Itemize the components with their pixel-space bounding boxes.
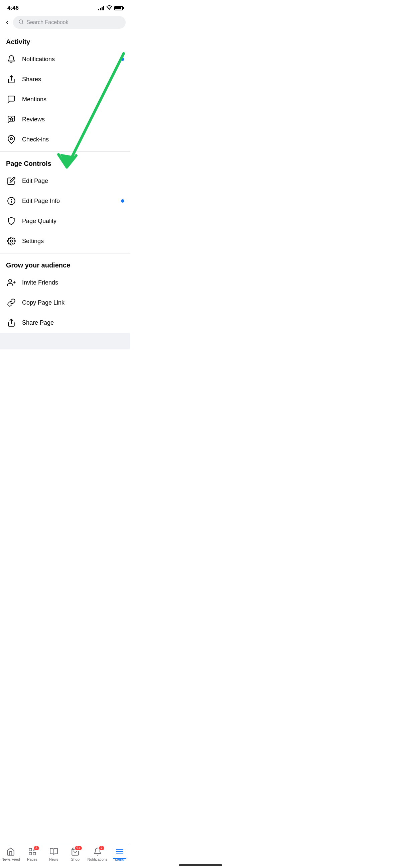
invite-friends-item[interactable]: Invite Friends bbox=[0, 273, 130, 292]
activity-header: Activity bbox=[0, 32, 130, 49]
edit-page-info-label: Edit Page Info bbox=[22, 197, 115, 205]
bell-icon bbox=[6, 54, 17, 65]
gray-area bbox=[0, 333, 130, 349]
signal-icon bbox=[98, 6, 104, 10]
svg-point-5 bbox=[10, 138, 13, 140]
invite-friends-label: Invite Friends bbox=[22, 279, 124, 286]
mentions-item[interactable]: Mentions bbox=[0, 89, 130, 109]
reviews-label: Reviews bbox=[22, 116, 124, 123]
divider-1 bbox=[0, 152, 130, 152]
main-content: Activity Notifications bbox=[0, 32, 130, 349]
wifi-icon bbox=[106, 5, 112, 11]
svg-marker-4 bbox=[10, 117, 13, 121]
person-plus-icon bbox=[6, 277, 17, 288]
location-icon bbox=[6, 134, 17, 145]
edit-page-label: Edit Page bbox=[22, 178, 124, 185]
page-controls-header: Page Controls bbox=[0, 154, 130, 171]
grow-audience-header: Grow your audience bbox=[0, 255, 130, 273]
search-placeholder: Search Facebook bbox=[26, 20, 68, 25]
mentions-label: Mentions bbox=[22, 96, 124, 103]
status-time: 4:46 bbox=[7, 5, 19, 11]
back-button[interactable]: ‹ bbox=[5, 17, 10, 28]
checkins-label: Check-ins bbox=[22, 136, 124, 143]
shares-item[interactable]: Shares bbox=[0, 69, 130, 89]
notifications-label: Notifications bbox=[22, 56, 115, 63]
share-page-label: Share Page bbox=[22, 319, 124, 326]
share-page-icon bbox=[6, 317, 17, 328]
gear-icon bbox=[6, 236, 17, 246]
status-bar: 4:46 bbox=[0, 0, 130, 14]
share-icon bbox=[6, 74, 17, 85]
info-circle-icon bbox=[6, 195, 17, 206]
share-page-item[interactable]: Share Page bbox=[0, 313, 130, 333]
page-controls-section: Page Controls Edit Page bbox=[0, 154, 130, 251]
shield-icon bbox=[6, 216, 17, 226]
edit-page-info-item[interactable]: Edit Page Info bbox=[0, 191, 130, 211]
search-bar[interactable]: Search Facebook bbox=[13, 16, 126, 29]
edit-page-info-badge bbox=[121, 199, 124, 203]
grow-audience-section: Grow your audience Invite Friends bbox=[0, 255, 130, 333]
svg-point-10 bbox=[9, 279, 12, 282]
page-quality-label: Page Quality bbox=[22, 218, 124, 225]
edit-page-item[interactable]: Edit Page bbox=[0, 171, 130, 191]
battery-icon bbox=[114, 6, 123, 10]
status-icons bbox=[98, 5, 123, 11]
shares-label: Shares bbox=[22, 76, 124, 83]
reviews-icon bbox=[6, 114, 17, 125]
settings-item[interactable]: Settings bbox=[0, 231, 130, 251]
divider-2 bbox=[0, 253, 130, 253]
svg-point-9 bbox=[10, 240, 13, 242]
search-icon bbox=[19, 19, 24, 26]
pencil-icon bbox=[6, 176, 17, 186]
reviews-item[interactable]: Reviews bbox=[0, 109, 130, 129]
checkins-item[interactable]: Check-ins bbox=[0, 129, 130, 150]
copy-page-link-item[interactable]: Copy Page Link bbox=[0, 292, 130, 313]
svg-line-2 bbox=[22, 23, 23, 24]
notifications-item[interactable]: Notifications bbox=[0, 49, 130, 69]
mentions-icon bbox=[6, 94, 17, 105]
top-nav: ‹ Search Facebook bbox=[0, 14, 130, 32]
activity-section: Activity Notifications bbox=[0, 32, 130, 150]
notifications-badge bbox=[121, 58, 124, 61]
svg-point-0 bbox=[109, 9, 110, 10]
page-quality-item[interactable]: Page Quality bbox=[0, 211, 130, 231]
settings-label: Settings bbox=[22, 238, 124, 245]
link-icon bbox=[6, 297, 17, 308]
copy-page-link-label: Copy Page Link bbox=[22, 299, 124, 306]
